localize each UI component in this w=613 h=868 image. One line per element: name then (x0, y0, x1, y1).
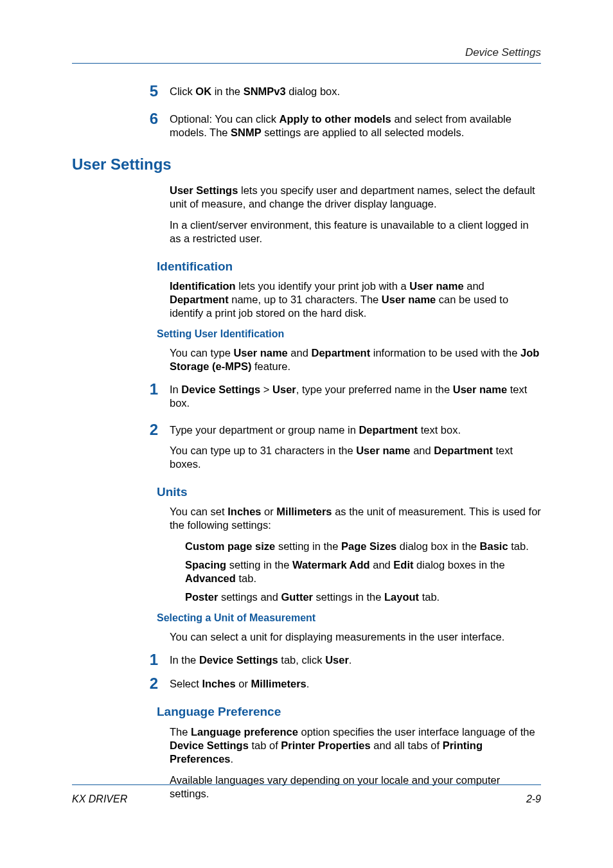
bold: Millimeters (276, 506, 332, 517)
step-text: Click OK in the SNMPv3 dialog box. (170, 83, 541, 98)
step-text: Select Inches or Millimeters. (170, 675, 541, 691)
heading-units: Units (157, 484, 541, 500)
text: . (306, 678, 310, 689)
text: You can set (170, 506, 227, 517)
text: option specifies the user interface lang… (298, 726, 535, 738)
bold: Poster (185, 591, 218, 603)
text: setting in the (275, 540, 341, 552)
footer-page-number: 2-9 (526, 793, 541, 805)
text: settings in the (313, 591, 384, 603)
units-item-2: Spacing setting in the Watermark Add and… (185, 558, 541, 585)
bold: Language preference (191, 726, 298, 738)
heading-identification: Identification (157, 259, 541, 274)
bold: Inches (227, 506, 261, 517)
text: or (236, 678, 251, 689)
bold: SNMPv3 (244, 85, 286, 97)
text: feature. (251, 360, 290, 372)
text: tab. (508, 540, 529, 552)
text: name, up to 31 characters. The (229, 294, 382, 305)
para-sui-note: You can type up to 31 characters in the … (170, 444, 541, 471)
step-6: 6 Optional: You can click Apply to other… (72, 111, 541, 139)
text: and (464, 280, 484, 292)
bold: Basic (480, 540, 508, 552)
bold: User (272, 384, 296, 395)
units-item-1: Custom page size setting in the Page Siz… (185, 540, 541, 553)
text: Type your department or group name in (170, 424, 359, 436)
step-number: 5 (72, 83, 170, 99)
units-item-3: Poster settings and Gutter settings in t… (185, 590, 541, 604)
text: . (230, 753, 233, 765)
bold: OK (195, 85, 211, 97)
text: tab. (236, 572, 256, 584)
text: or (262, 506, 277, 517)
bold: User name (356, 445, 410, 456)
text: and (370, 559, 394, 571)
bold: Department (434, 445, 493, 456)
text: setting in the (226, 559, 292, 571)
bold: Spacing (185, 559, 226, 571)
para-units-intro: You can set Inches or Millimeters as the… (170, 505, 541, 532)
text: Click (170, 85, 195, 97)
text: information to be used with the (370, 347, 520, 359)
heading-selecting-unit: Selecting a Unit of Measurement (157, 612, 541, 624)
bold: Device Settings (199, 654, 278, 666)
step-number: 6 (72, 111, 170, 127)
para-lang-1: The Language preference option specifies… (170, 725, 541, 766)
step-text: In Device Settings > User, type your pre… (170, 381, 541, 410)
step-suom-1: 1 In the Device Settings tab, click User… (72, 651, 541, 668)
step-sui-1: 1 In Device Settings > User, type your p… (72, 381, 541, 410)
text: and (288, 347, 312, 359)
bold: User Settings (170, 184, 238, 196)
step-number: 1 (72, 651, 170, 668)
step-text: Type your department or group name in De… (170, 421, 541, 437)
text: . (349, 654, 352, 666)
step-number: 1 (72, 381, 170, 397)
bold: Printer Properties (281, 740, 370, 751)
bold: User name (453, 384, 507, 395)
heading-setting-user-identification: Setting User Identification (157, 328, 541, 341)
page-header-section: Device Settings (72, 46, 541, 63)
footer-left: KX DRIVER (72, 793, 127, 805)
text: In (170, 384, 181, 395)
para-identification: Identification lets you identify your pr… (170, 279, 541, 320)
para-user-settings-1: User Settings lets you specify user and … (170, 184, 541, 211)
bold: Layout (384, 591, 419, 603)
step-sui-2: 2 Type your department or group name in … (72, 421, 541, 438)
text: text box. (418, 424, 461, 436)
bold: Department (359, 424, 418, 436)
text: dialog box in the (396, 540, 479, 552)
bold: SNMP (231, 127, 262, 138)
page-content: 5 Click OK in the SNMPv3 dialog box. 6 O… (72, 83, 541, 801)
text: In the (170, 654, 199, 666)
bold: Custom page size (185, 540, 275, 552)
heading-language-preference: Language Preference (157, 704, 541, 720)
bold: Department (311, 347, 370, 359)
header-rule (72, 63, 541, 64)
bold: Device Settings (170, 740, 249, 751)
text: in the (211, 85, 244, 97)
bold: Department (170, 294, 229, 305)
bold: Apply to other models (280, 113, 391, 125)
bold: Watermark Add (292, 559, 370, 571)
step-5: 5 Click OK in the SNMPv3 dialog box. (72, 83, 541, 99)
text: You can type (170, 347, 233, 359)
text: Optional: You can click (170, 113, 280, 125)
bold: Inches (202, 678, 235, 689)
text: lets you identify your print job with a (236, 280, 410, 292)
step-number: 2 (72, 421, 170, 438)
text: tab, click (278, 654, 325, 666)
text: and all tabs of (371, 740, 443, 751)
text: , type your preferred name in the (296, 384, 453, 395)
bold: User name (409, 280, 463, 292)
page-footer: KX DRIVER 2-9 (72, 793, 541, 805)
bold: User name (233, 347, 287, 359)
bold: Identification (170, 280, 236, 292)
step-text: Optional: You can click Apply to other m… (170, 111, 541, 139)
step-number: 2 (72, 675, 170, 691)
text: The (170, 726, 191, 738)
bold: Gutter (281, 591, 314, 603)
bold: User name (382, 294, 436, 305)
para-suom-intro: You can select a unit for displaying mea… (170, 630, 541, 644)
text: tab of (249, 740, 281, 751)
heading-user-settings: User Settings (72, 155, 541, 175)
